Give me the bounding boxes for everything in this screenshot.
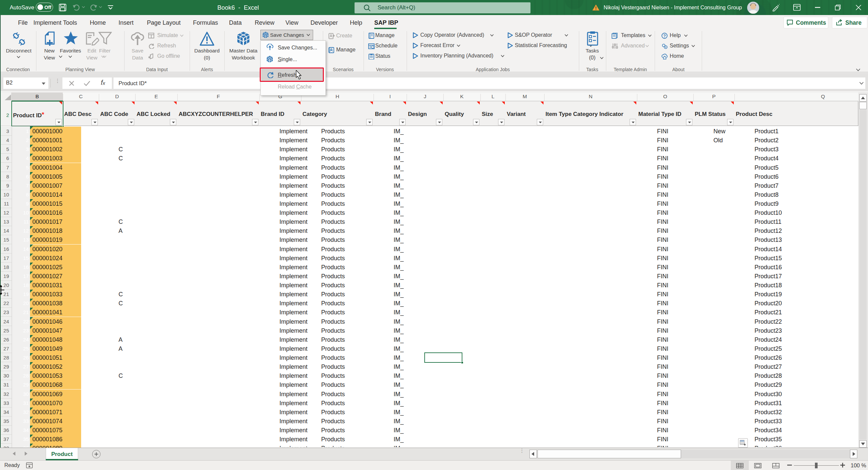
svg-text:?: ? xyxy=(663,34,666,38)
